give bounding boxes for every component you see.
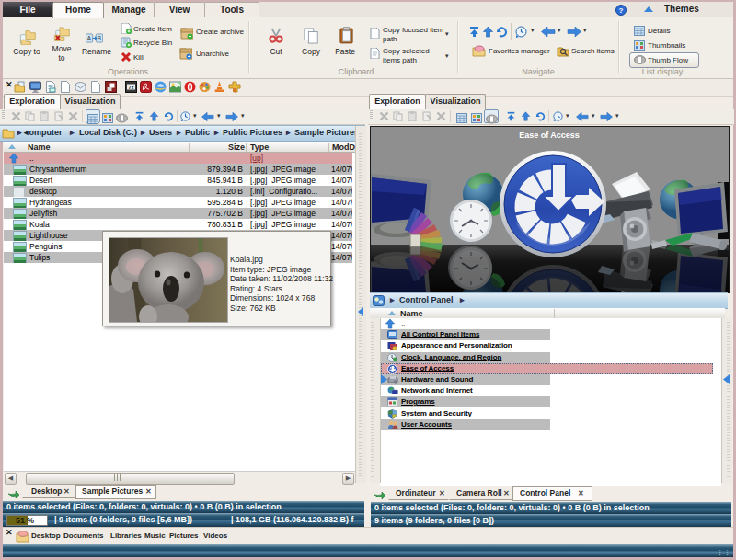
svg-text:?: ?	[619, 6, 624, 15]
svg-text:7z: 7z	[129, 85, 134, 90]
svg-text:Ease of Access: Ease of Access	[519, 131, 580, 140]
svg-text:B: B	[98, 35, 101, 41]
svg-text:A: A	[87, 35, 92, 41]
